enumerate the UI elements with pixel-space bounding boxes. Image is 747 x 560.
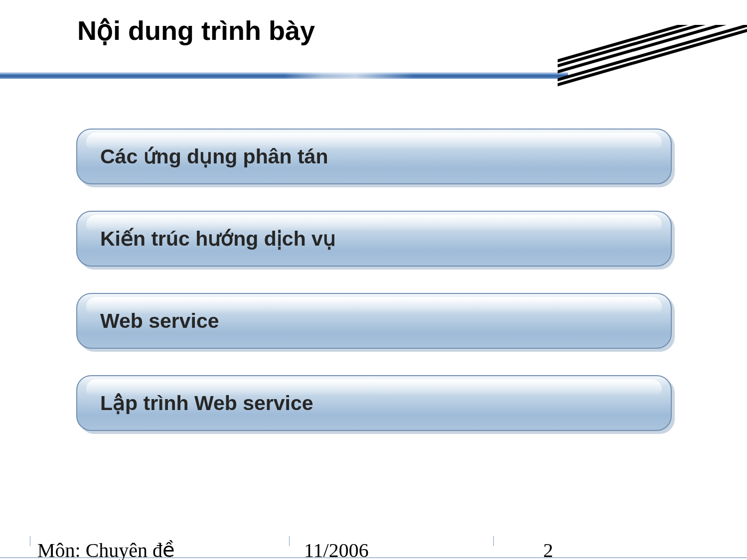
- item-label: Lập trình Web service: [100, 391, 313, 415]
- footer-date: 11/2006: [304, 539, 369, 560]
- item-web-service: Web service: [76, 293, 672, 349]
- header-decoration: [0, 70, 747, 82]
- item-soa: Kiến trúc hướng dịch vụ: [76, 211, 672, 267]
- slide: Nội dung trình bày Các ứng dụng phân tán…: [0, 0, 747, 560]
- footer: Môn: Chuyên đề 11/2006 2: [0, 538, 747, 560]
- footer-page: 2: [543, 539, 553, 560]
- item-ws-programming: Lập trình Web service: [76, 375, 672, 431]
- slide-title: Nội dung trình bày: [77, 15, 315, 46]
- footer-course: Môn: Chuyên đề: [37, 539, 175, 560]
- item-label: Kiến trúc hướng dịch vụ: [100, 227, 336, 251]
- item-label: Các ứng dụng phân tán: [100, 144, 328, 168]
- item-label: Web service: [100, 309, 219, 333]
- content-list: Các ứng dụng phân tán Kiến trúc hướng dị…: [76, 129, 672, 457]
- item-distributed-apps: Các ứng dụng phân tán: [76, 129, 672, 184]
